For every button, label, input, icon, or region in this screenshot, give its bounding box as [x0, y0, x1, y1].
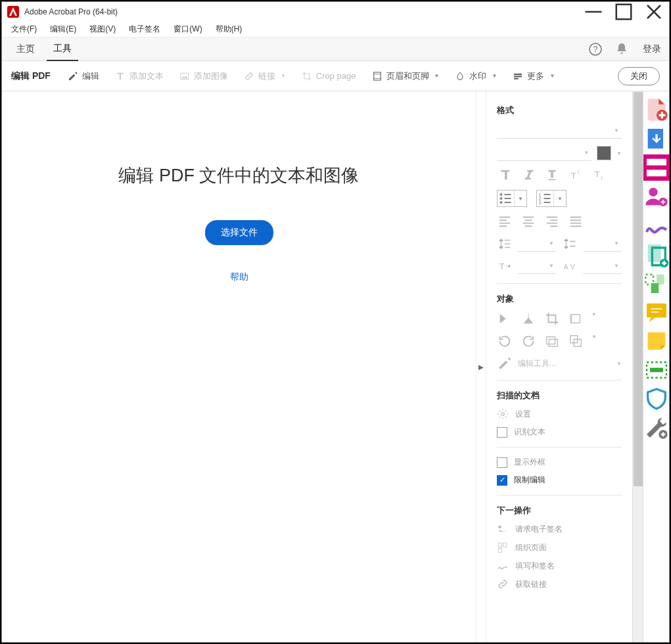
- number-list-dropdown[interactable]: 123▼: [536, 190, 567, 207]
- rail-create-pdf-icon[interactable]: [643, 97, 670, 123]
- flip-vertical-icon[interactable]: [497, 311, 513, 326]
- crop-button[interactable]: Crop page: [295, 68, 363, 84]
- line-spacing-dropdown[interactable]: ▼: [518, 236, 557, 252]
- edit-button[interactable]: 编辑: [61, 68, 106, 85]
- tab-tools[interactable]: 工具: [47, 37, 78, 61]
- flip-horizontal-icon[interactable]: [521, 311, 536, 326]
- titlebar: Adobe Acrobat Pro (64-bit): [2, 2, 669, 22]
- toolbar-title: 编辑 PDF: [11, 70, 51, 82]
- font-size-dropdown[interactable]: ▼: [497, 145, 591, 161]
- fill-sign-button[interactable]: 填写和签名: [497, 560, 622, 572]
- help-link[interactable]: 帮助: [230, 271, 248, 283]
- italic-icon[interactable]: [521, 168, 536, 182]
- arrange-icon[interactable]: [568, 334, 584, 348]
- align-center-icon[interactable]: [521, 214, 536, 228]
- organize-button[interactable]: 组织页面: [497, 541, 622, 553]
- rotate-ccw-icon[interactable]: [497, 334, 513, 348]
- rail-request-sign-icon[interactable]: [643, 183, 670, 210]
- image-icon: [179, 71, 190, 81]
- underline-icon[interactable]: [544, 168, 560, 182]
- svg-rect-43: [647, 304, 666, 318]
- svg-text:V: V: [570, 264, 575, 271]
- next-header: 下一操作: [497, 505, 622, 517]
- watermark-icon: [455, 71, 465, 81]
- align-object-icon[interactable]: [568, 311, 584, 326]
- close-tool-button[interactable]: 关闭: [618, 67, 660, 85]
- align-right-icon[interactable]: [544, 214, 560, 228]
- align-justify-icon[interactable]: [568, 214, 584, 228]
- paragraph-spacing-dropdown[interactable]: ▼: [583, 236, 622, 252]
- collapse-panel-handle[interactable]: ▶: [476, 91, 486, 642]
- rail-redact-icon[interactable]: [643, 357, 670, 383]
- rail-combine-icon[interactable]: [643, 241, 670, 267]
- watermark-button[interactable]: 水印▼: [448, 68, 503, 85]
- font-family-dropdown[interactable]: ▼: [497, 123, 622, 139]
- fillsign-icon: [497, 560, 509, 572]
- maximize-button[interactable]: [609, 2, 639, 22]
- gear-icon: [497, 408, 509, 420]
- menu-edit[interactable]: 编辑(E): [46, 22, 80, 36]
- organize-icon: [497, 541, 509, 553]
- horizontal-scale-dropdown[interactable]: ▼: [518, 258, 557, 274]
- help-icon[interactable]: ?: [588, 41, 603, 57]
- svg-point-26: [501, 413, 505, 416]
- subscript-icon[interactable]: T1: [591, 168, 607, 182]
- svg-text:3: 3: [539, 200, 542, 205]
- align-left-icon[interactable]: [497, 214, 513, 228]
- crop-object-icon[interactable]: [544, 311, 560, 326]
- add-text-button[interactable]: 添加文本: [108, 68, 170, 85]
- settings-button[interactable]: 设置: [497, 408, 622, 420]
- bullet-list-dropdown[interactable]: ▼: [497, 190, 527, 207]
- link-button[interactable]: 链接▼: [237, 68, 292, 85]
- rail-notes-icon[interactable]: [643, 328, 670, 354]
- menu-sign[interactable]: 电子签名: [125, 22, 164, 36]
- minimize-button[interactable]: [578, 2, 609, 22]
- add-image-button[interactable]: 添加图像: [173, 68, 235, 85]
- svg-rect-4: [373, 72, 381, 80]
- svg-point-14: [500, 201, 503, 204]
- color-swatch[interactable]: [597, 146, 611, 160]
- menu-view[interactable]: 视图(V): [85, 22, 120, 36]
- edit-toolbar: 编辑 PDF 编辑 添加文本 添加图像 链接▼ Crop page 页眉和页脚▼…: [2, 61, 669, 91]
- main-canvas: 编辑 PDF 文件中的文本和图像 选择文件 帮助: [2, 91, 476, 642]
- request-sign-button[interactable]: 请求电子签名: [497, 523, 622, 535]
- rail-fill-sign-icon[interactable]: [643, 212, 670, 239]
- header-footer-button[interactable]: 页眉和页脚▼: [365, 68, 446, 85]
- rail-export-pdf-icon[interactable]: [643, 126, 670, 152]
- vertical-scrollbar[interactable]: [632, 91, 643, 642]
- svg-rect-40: [645, 275, 653, 285]
- svg-rect-45: [650, 368, 663, 373]
- replace-image-icon[interactable]: [544, 334, 560, 348]
- svg-point-35: [649, 188, 657, 196]
- ocr-checkbox[interactable]: 识别文本: [497, 426, 622, 438]
- char-spacing-dropdown[interactable]: ▼: [583, 258, 622, 274]
- get-links-button[interactable]: 获取链接: [497, 578, 622, 590]
- bell-icon[interactable]: [614, 41, 630, 57]
- rotate-cw-icon[interactable]: [521, 334, 536, 348]
- rail-more-tools-icon[interactable]: [643, 415, 670, 441]
- select-file-button[interactable]: 选择文件: [205, 220, 273, 245]
- more-button[interactable]: 更多▼: [506, 68, 561, 85]
- svg-text:T: T: [595, 170, 600, 179]
- svg-rect-23: [549, 339, 557, 346]
- svg-rect-28: [498, 543, 501, 547]
- edit-tools-dropdown[interactable]: 编辑工具...▼: [497, 356, 622, 371]
- svg-point-13: [500, 197, 503, 200]
- outline-checkbox[interactable]: 显示外框: [497, 457, 622, 468]
- close-window-button[interactable]: [639, 2, 669, 22]
- login-button[interactable]: 登录: [643, 43, 661, 55]
- restrict-checkbox[interactable]: ✓限制编辑: [497, 474, 622, 486]
- tab-home[interactable]: 主页: [10, 38, 41, 60]
- bold-icon[interactable]: [497, 168, 513, 182]
- app-logo: [7, 6, 19, 18]
- rail-comment-icon[interactable]: [643, 299, 670, 325]
- rail-protect-icon[interactable]: [643, 386, 670, 412]
- right-tool-rail: [643, 91, 669, 642]
- rail-organize-icon[interactable]: [643, 270, 670, 296]
- menu-window[interactable]: 窗口(W): [170, 22, 206, 36]
- menu-help[interactable]: 帮助(H): [212, 22, 246, 36]
- superscript-icon[interactable]: T1: [568, 168, 584, 182]
- menu-file[interactable]: 文件(F): [7, 22, 41, 36]
- page-heading: 编辑 PDF 文件中的文本和图像: [118, 164, 359, 187]
- rail-edit-pdf-icon[interactable]: [643, 154, 670, 181]
